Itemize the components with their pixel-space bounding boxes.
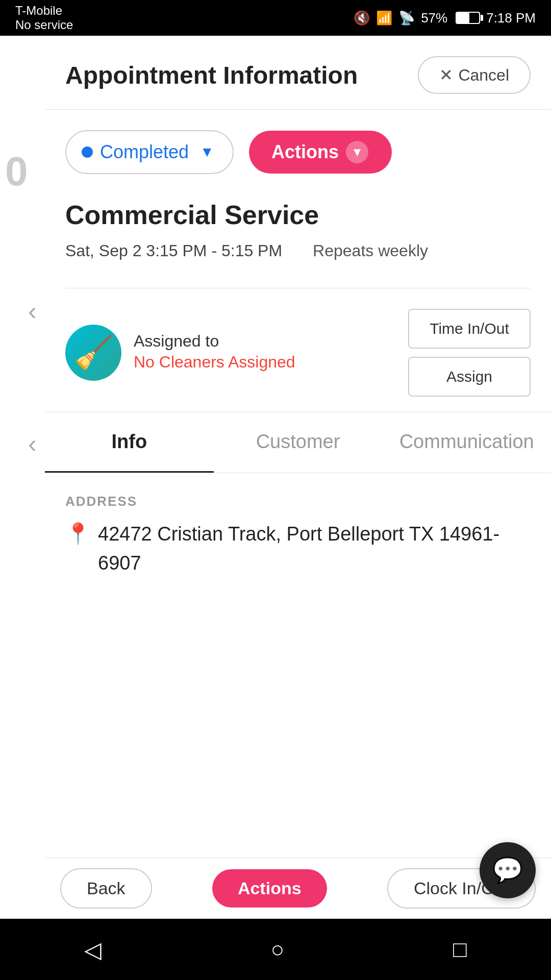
status-bar: T-Mobile No service 🔇 📶 📡 57% 7:18 PM <box>0 0 551 36</box>
actions-label: Actions <box>271 141 339 163</box>
battery-icon <box>456 12 480 24</box>
service-name: Commercial Service <box>65 200 531 230</box>
status-label: Completed <box>100 141 189 163</box>
left-chevron-icon-1[interactable]: ‹ <box>28 296 37 326</box>
carrier-info: T-Mobile No service <box>15 4 73 32</box>
carrier-name: T-Mobile <box>15 4 73 18</box>
no-cleaners-text: No Cleaners Assigned <box>134 351 295 374</box>
tab-customer[interactable]: Customer <box>214 412 383 473</box>
address-text: 42472 Cristian Track, Port Belleport TX … <box>98 520 531 578</box>
android-home-button[interactable]: ○ <box>270 937 284 962</box>
modal-header: Appointment Information ✕ Cancel <box>45 36 551 110</box>
location-pin-icon: 📍 <box>65 522 91 546</box>
appointment-modal: Appointment Information ✕ Cancel Complet… <box>45 36 551 980</box>
repeats-text: Repeats weekly <box>313 241 428 260</box>
wifi-icon: 📶 <box>376 10 392 26</box>
tab-info[interactable]: Info <box>45 412 214 473</box>
maid-icon: 🧹 <box>74 334 113 371</box>
mute-icon: 🔇 <box>354 10 370 26</box>
service-info-section: Commercial Service Sat, Sep 2 3:15 PM - … <box>45 189 551 278</box>
actions-chevron-icon: ▼ <box>346 141 368 163</box>
android-recent-button[interactable]: □ <box>453 937 467 962</box>
address-row: 📍 42472 Cristian Track, Port Belleport T… <box>65 520 531 578</box>
left-chevron-icon-2[interactable]: ‹ <box>28 429 37 458</box>
cancel-button[interactable]: ✕ Cancel <box>418 56 531 94</box>
cancel-label: Cancel <box>458 66 509 85</box>
close-icon: ✕ <box>439 65 453 85</box>
tabs-row: Info Customer Communication <box>45 412 551 473</box>
calendar-day-number: 0 <box>5 148 28 195</box>
service-time-row: Sat, Sep 2 3:15 PM - 5:15 PM Repeats wee… <box>65 239 531 262</box>
bottom-nav-bar: Back Actions Clock In/Out <box>45 857 551 919</box>
back-button[interactable]: Back <box>60 868 152 909</box>
assigned-to-label: Assigned to <box>134 332 295 351</box>
avatar: 🧹 <box>65 325 121 381</box>
assigned-text: Assigned to No Cleaners Assigned <box>134 332 295 374</box>
android-nav-bar: ◁ ○ □ <box>0 919 551 980</box>
bottom-actions-button[interactable]: Actions <box>212 869 327 908</box>
battery-percent: 57% <box>421 10 447 26</box>
calendar-background: 0 <box>0 36 46 980</box>
status-dropdown[interactable]: Completed ▼ <box>65 130 234 174</box>
address-label: ADDRESS <box>65 494 531 509</box>
chat-icon: 💬 <box>492 856 523 885</box>
clock: 7:18 PM <box>486 10 536 26</box>
service-datetime: Sat, Sep 2 3:15 PM - 5:15 PM <box>65 239 282 262</box>
assigned-section: 🧹 Assigned to No Cleaners Assigned Time … <box>45 299 551 412</box>
modal-title: Appointment Information <box>65 61 358 89</box>
divider-1 <box>65 288 531 288</box>
status-bar-right: 🔇 📶 📡 57% 7:18 PM <box>354 10 536 26</box>
chevron-down-icon: ▼ <box>200 144 214 160</box>
assign-button[interactable]: Assign <box>408 357 531 397</box>
status-dot <box>82 146 93 158</box>
tab-communication-label: Communication <box>399 431 534 452</box>
actions-dropdown-button[interactable]: Actions ▼ <box>249 131 392 174</box>
chat-fab-button[interactable]: 💬 <box>480 842 536 898</box>
tab-info-label: Info <box>112 431 147 452</box>
signal-icon: 📡 <box>398 10 415 26</box>
assigned-left: 🧹 Assigned to No Cleaners Assigned <box>65 325 295 381</box>
tab-customer-label: Customer <box>256 431 340 452</box>
assigned-buttons: Time In/Out Assign <box>408 309 531 397</box>
time-in-out-button[interactable]: Time In/Out <box>408 309 531 349</box>
status-actions-row: Completed ▼ Actions ▼ <box>45 110 551 189</box>
carrier-signal: No service <box>15 18 73 32</box>
tab-communication[interactable]: Communication <box>382 412 551 473</box>
android-back-button[interactable]: ◁ <box>84 937 102 963</box>
